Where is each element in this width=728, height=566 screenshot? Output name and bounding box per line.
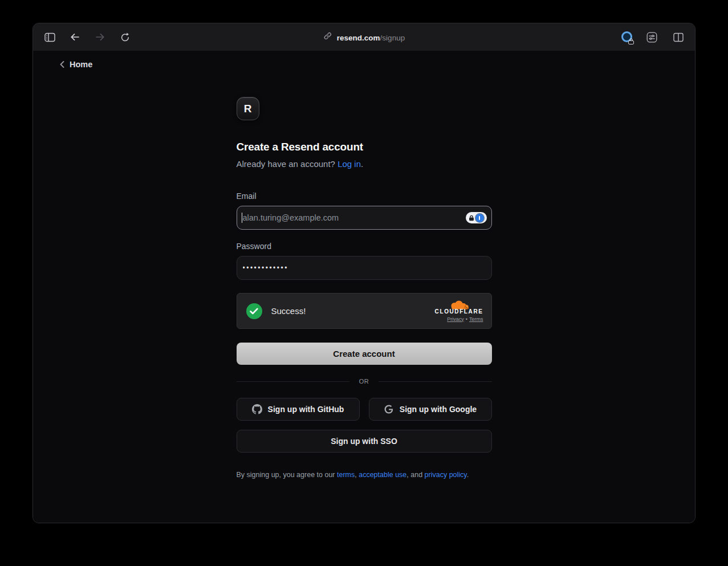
reload-button-icon[interactable] bbox=[116, 28, 133, 46]
link-icon bbox=[323, 32, 332, 43]
signup-form-container: R Create a Resend account Already have a… bbox=[237, 51, 492, 479]
url-text: resend.com/signup bbox=[337, 32, 405, 42]
desktop-background: resend.com/signup bbox=[0, 0, 728, 566]
browser-window: resend.com/signup bbox=[32, 23, 696, 523]
lock-icon bbox=[469, 215, 474, 221]
login-prompt-text: Already have an account? bbox=[237, 159, 338, 169]
home-link-label: Home bbox=[70, 60, 92, 69]
cloudflare-privacy-link[interactable]: Privacy bbox=[447, 316, 464, 322]
signup-github-label: Sign up with GitHub bbox=[268, 405, 344, 414]
resend-logo-letter: R bbox=[244, 103, 252, 115]
divider-label: OR bbox=[359, 378, 369, 385]
signup-sso-button[interactable]: Sign up with SSO bbox=[237, 430, 492, 453]
browser-toolbar: resend.com/signup bbox=[33, 23, 695, 51]
or-divider: OR bbox=[237, 378, 492, 385]
signup-google-label: Sign up with Google bbox=[400, 405, 477, 414]
chevron-left-icon bbox=[60, 61, 64, 68]
cloudflare-links: Privacy•Terms bbox=[447, 316, 483, 322]
page-title: Create a Resend account bbox=[237, 141, 492, 153]
signup-sso-label: Sign up with SSO bbox=[331, 437, 397, 446]
onepassword-icon bbox=[475, 214, 484, 222]
cloudflare-brand-block: CLOUDFLARE Privacy•Terms bbox=[435, 300, 483, 322]
login-prompt: Already have an account? Log in. bbox=[237, 159, 492, 169]
success-check-icon bbox=[246, 303, 262, 319]
divider-line-right bbox=[379, 381, 491, 382]
legal-text-prefix: By signing up, you agree to our bbox=[237, 471, 337, 479]
password-input-wrap bbox=[237, 256, 492, 280]
lock-badge-icon bbox=[628, 38, 635, 44]
legal-text-suffix: . bbox=[467, 471, 469, 479]
email-input-wrap bbox=[237, 206, 492, 230]
terms-link[interactable]: terms bbox=[337, 471, 355, 479]
signup-google-button[interactable]: Sign up with Google bbox=[369, 398, 492, 421]
legal-sep2: , and bbox=[406, 471, 424, 479]
captcha-status-text: Success! bbox=[271, 306, 306, 316]
legal-footer: By signing up, you agree to our terms, a… bbox=[237, 471, 492, 479]
home-back-link[interactable]: Home bbox=[60, 60, 92, 69]
back-button-icon[interactable] bbox=[66, 28, 83, 46]
login-prompt-period: . bbox=[361, 159, 363, 169]
cloudflare-turnstile-widget: Success! bbox=[237, 293, 492, 329]
toolbar-right-group bbox=[621, 28, 687, 46]
links-separator: • bbox=[466, 316, 467, 322]
forward-button-icon[interactable] bbox=[91, 28, 108, 46]
password-label: Password bbox=[237, 242, 492, 251]
signup-page: Home R Create a Resend account Already h… bbox=[33, 51, 695, 523]
resend-logo: R bbox=[237, 97, 259, 120]
url-host: resend.com bbox=[337, 33, 380, 42]
split-view-icon[interactable] bbox=[670, 28, 687, 46]
sidebar-toggle-icon[interactable] bbox=[41, 28, 58, 46]
cloudflare-wordmark: CLOUDFLARE bbox=[435, 309, 483, 315]
signup-github-button[interactable]: Sign up with GitHub bbox=[237, 398, 360, 421]
email-label: Email bbox=[237, 192, 492, 201]
password-manager-extension-icon[interactable] bbox=[621, 31, 633, 43]
email-input[interactable] bbox=[237, 206, 492, 230]
acceptable-use-link[interactable]: acceptable use bbox=[359, 471, 406, 479]
google-icon bbox=[384, 404, 394, 414]
create-account-button[interactable]: Create account bbox=[237, 343, 492, 365]
text-caret bbox=[242, 213, 243, 223]
github-icon bbox=[252, 404, 262, 414]
toolbar-left-group bbox=[41, 28, 133, 46]
privacy-policy-link[interactable]: privacy policy bbox=[425, 471, 467, 479]
cloudflare-terms-link[interactable]: Terms bbox=[469, 316, 483, 322]
address-bar[interactable]: resend.com/signup bbox=[323, 32, 405, 43]
url-path: /signup bbox=[380, 33, 405, 42]
oauth-buttons-row: Sign up with GitHub Sign up with Google bbox=[237, 398, 492, 421]
extensions-settings-icon[interactable] bbox=[643, 28, 660, 46]
password-manager-fill-button[interactable] bbox=[466, 212, 487, 223]
login-link[interactable]: Log in bbox=[337, 159, 361, 169]
divider-line-left bbox=[237, 381, 349, 382]
password-input[interactable] bbox=[237, 256, 492, 280]
